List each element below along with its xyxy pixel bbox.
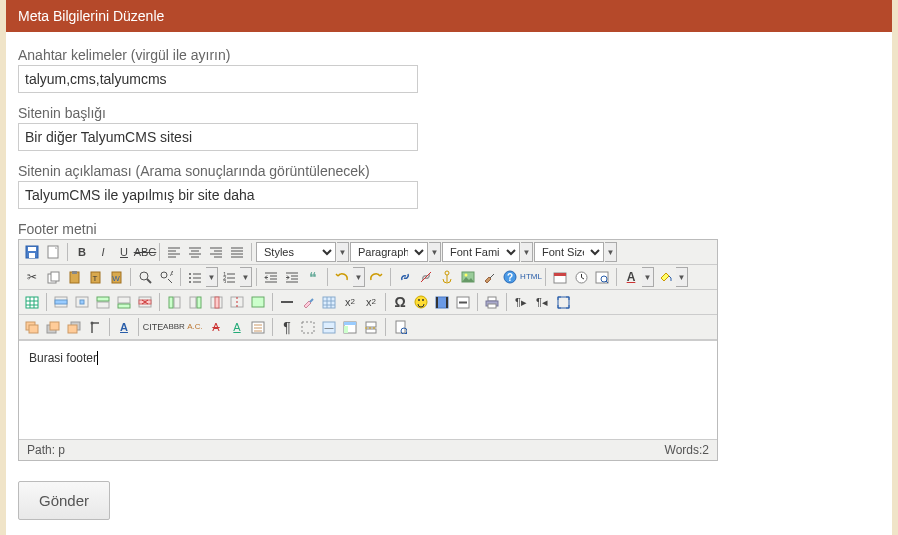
bullet-list-dropdown-icon[interactable]: ▼ — [206, 267, 218, 287]
numbered-list-dropdown-icon[interactable]: ▼ — [240, 267, 252, 287]
unlink-icon[interactable] — [416, 267, 436, 287]
styles-dropdown-icon[interactable]: ▼ — [337, 242, 349, 262]
copy-icon[interactable] — [43, 267, 63, 287]
cell-props-icon[interactable] — [72, 292, 92, 312]
movebackward-icon[interactable] — [64, 317, 84, 337]
emoticon-icon[interactable] — [411, 292, 431, 312]
rtl-icon[interactable]: ¶◂ — [532, 292, 552, 312]
svg-rect-21 — [51, 272, 59, 281]
cite-icon[interactable]: CITE — [143, 317, 163, 337]
abbr-icon[interactable]: ABBR — [164, 317, 184, 337]
keywords-input[interactable] — [18, 65, 418, 93]
blockquote-icon[interactable]: ❝ — [303, 267, 323, 287]
split-cells-icon[interactable] — [227, 292, 247, 312]
fontfamily-select[interactable]: Font Family — [442, 242, 520, 262]
acronym-icon[interactable]: A.C. — [185, 317, 205, 337]
sub-icon[interactable]: x2 — [340, 292, 360, 312]
advhr-icon[interactable] — [453, 292, 473, 312]
fullscreen-icon[interactable] — [553, 292, 573, 312]
visualaid-icon[interactable] — [319, 292, 339, 312]
col-delete-icon[interactable] — [206, 292, 226, 312]
bullet-list-icon[interactable] — [185, 267, 205, 287]
link-icon[interactable] — [395, 267, 415, 287]
visualblocks-icon[interactable] — [298, 317, 318, 337]
newdoc-icon[interactable] — [43, 242, 63, 262]
col-before-icon[interactable] — [164, 292, 184, 312]
hr-icon[interactable] — [277, 292, 297, 312]
find-icon[interactable] — [135, 267, 155, 287]
html-icon[interactable]: HTML — [521, 267, 541, 287]
save-icon[interactable] — [22, 242, 42, 262]
merge-cells-icon[interactable] — [248, 292, 268, 312]
attribs-icon[interactable] — [248, 317, 268, 337]
row-delete-icon[interactable] — [135, 292, 155, 312]
italic-icon[interactable]: I — [93, 242, 113, 262]
styles-select[interactable]: Styles — [256, 242, 336, 262]
image-icon[interactable] — [458, 267, 478, 287]
editor-path[interactable]: Path: p — [27, 443, 65, 457]
align-left-icon[interactable] — [164, 242, 184, 262]
paste-icon[interactable] — [64, 267, 84, 287]
undo-icon[interactable] — [332, 267, 352, 287]
cleanup-icon[interactable] — [479, 267, 499, 287]
template-icon[interactable] — [340, 317, 360, 337]
redo-icon[interactable] — [366, 267, 386, 287]
indent-icon[interactable] — [282, 267, 302, 287]
backcolor-dropdown-icon[interactable]: ▼ — [676, 267, 688, 287]
del-icon[interactable]: A — [206, 317, 226, 337]
site-desc-input[interactable] — [18, 181, 418, 209]
numbered-list-icon[interactable]: 123 — [219, 267, 239, 287]
sup-icon[interactable]: x2 — [361, 292, 381, 312]
svg-rect-74 — [55, 300, 67, 304]
insertlayer-icon[interactable] — [22, 317, 42, 337]
replace-icon[interactable]: A — [156, 267, 176, 287]
paste-word-icon[interactable]: W — [106, 267, 126, 287]
fontsize-select[interactable]: Font Size — [534, 242, 604, 262]
paste-text-icon[interactable]: T — [85, 267, 105, 287]
styleprops-icon[interactable]: A — [114, 317, 134, 337]
charmap-icon[interactable]: Ω — [390, 292, 410, 312]
strikethrough-icon[interactable]: ABC — [135, 242, 155, 262]
undo-dropdown-icon[interactable]: ▼ — [353, 267, 365, 287]
print-icon[interactable] — [482, 292, 502, 312]
editor-content[interactable]: Burasi footer — [19, 340, 717, 440]
svg-text:?: ? — [507, 272, 513, 283]
nonbreaking-icon[interactable]: ― — [319, 317, 339, 337]
submit-button[interactable]: Gönder — [18, 481, 110, 520]
ltr-icon[interactable]: ¶▸ — [511, 292, 531, 312]
forecolor-icon[interactable]: A — [621, 267, 641, 287]
row-after-icon[interactable] — [114, 292, 134, 312]
moveforward-icon[interactable] — [43, 317, 63, 337]
align-right-icon[interactable] — [206, 242, 226, 262]
help-icon[interactable]: ? — [500, 267, 520, 287]
date-icon[interactable] — [550, 267, 570, 287]
forecolor-dropdown-icon[interactable]: ▼ — [642, 267, 654, 287]
anchor-icon[interactable] — [437, 267, 457, 287]
preview-icon[interactable] — [592, 267, 612, 287]
visualchars-icon[interactable]: ¶ — [277, 317, 297, 337]
align-center-icon[interactable] — [185, 242, 205, 262]
align-justify-icon[interactable] — [227, 242, 247, 262]
ins-icon[interactable]: A — [227, 317, 247, 337]
bold-icon[interactable]: B — [72, 242, 92, 262]
cut-icon[interactable]: ✂ — [22, 267, 42, 287]
col-after-icon[interactable] — [185, 292, 205, 312]
row-before-icon[interactable] — [93, 292, 113, 312]
row-props-icon[interactable] — [51, 292, 71, 312]
table-icon[interactable] — [22, 292, 42, 312]
remove-format-icon[interactable] — [298, 292, 318, 312]
outdent-icon[interactable] — [261, 267, 281, 287]
fontsize-dropdown-icon[interactable]: ▼ — [605, 242, 617, 262]
time-icon[interactable] — [571, 267, 591, 287]
media-icon[interactable] — [432, 292, 452, 312]
format-select[interactable]: Paragraph — [350, 242, 428, 262]
svg-rect-93 — [252, 297, 264, 307]
underline-icon[interactable]: U — [114, 242, 134, 262]
pagebreak-icon[interactable] — [361, 317, 381, 337]
absolute-icon[interactable] — [85, 317, 105, 337]
format-dropdown-icon[interactable]: ▼ — [429, 242, 441, 262]
fullpage-icon[interactable] — [390, 317, 410, 337]
site-title-input[interactable] — [18, 123, 418, 151]
backcolor-icon[interactable] — [655, 267, 675, 287]
fontfamily-dropdown-icon[interactable]: ▼ — [521, 242, 533, 262]
